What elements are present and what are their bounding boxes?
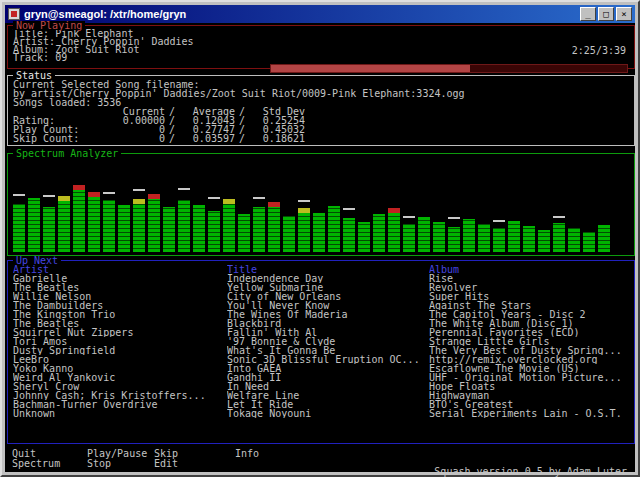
spectrum-bar — [163, 207, 175, 252]
spectrum-bar-fill — [478, 224, 490, 252]
maximize-button[interactable]: □ — [598, 7, 614, 21]
spectrum-bar-fill — [493, 228, 505, 252]
up-next-row[interactable]: The BeatlesBlackbirdThe White Album (Dis… — [8, 319, 634, 328]
up-next-row[interactable]: Dusty SpringfieldWhat's It Gonna BeThe V… — [8, 346, 634, 355]
spectrum-bar-fill — [313, 213, 325, 252]
spectrum-bar-fill — [43, 207, 55, 252]
spectrum-bar-fill — [433, 222, 445, 252]
spectrum-bar — [538, 230, 550, 252]
close-button[interactable]: × — [616, 7, 632, 21]
spectrum-bar-fill — [418, 217, 430, 252]
stat-value: 0.00000 — [109, 116, 165, 125]
up-next-row[interactable]: The BeatlesYellow SubmarineRevolver — [8, 283, 634, 292]
artist-cell: Squirrel Nut Zippers — [13, 328, 227, 337]
menu-item-skip[interactable]: Skip — [154, 449, 235, 458]
up-next-row[interactable]: Bachman-Turner OverdriveLet It RideBTO's… — [8, 400, 634, 409]
spectrum-bar — [478, 224, 490, 252]
spectrum-bar-fill — [58, 196, 70, 252]
title-cell: '97 Bonnie & Clyde — [227, 337, 429, 346]
menu-item-stop[interactable]: Stop — [87, 459, 154, 468]
terminal-window: gryn@smeagol: /xtr/home/gryn _ □ × Now P… — [0, 0, 640, 477]
spectrum-bar-fill — [88, 192, 100, 252]
spectrum-bar — [313, 213, 325, 252]
up-next-row[interactable]: Squirrel Nut ZippersFallin' With AlPeren… — [8, 328, 634, 337]
spectrum-bar-fill — [13, 204, 25, 252]
spectrum-bar — [523, 226, 535, 252]
title-column-header: Title — [227, 265, 429, 274]
artist-cell: Weird Al Yankovic — [13, 373, 227, 382]
status-table-row: Play Count:0/0.27747/0.45032 — [13, 125, 629, 134]
up-next-row[interactable]: LeeBroSonic 3D Blissful Eruption OC...ht… — [8, 355, 634, 364]
spectrum-bar — [298, 200, 310, 252]
menu-item-edit[interactable]: Edit — [154, 459, 235, 468]
now-playing-fields: Title: Pink Elephant Artist: Cherry Popp… — [8, 26, 634, 66]
title-cell: Gandhi II — [227, 373, 429, 382]
status-stats-table: Current/Average/Std DevRating:0.00000/0.… — [13, 107, 629, 143]
stat-value: 0.27747 — [179, 125, 235, 134]
menu-item-quit[interactable]: Quit — [12, 449, 87, 458]
up-next-row[interactable]: Willie NelsonCity of New OrleansSuper Hi… — [8, 292, 634, 301]
title-cell: You'll Never Know — [227, 301, 429, 310]
window-titlebar[interactable]: gryn@smeagol: /xtr/home/gryn _ □ × — [5, 5, 635, 23]
spectrum-bar — [28, 198, 40, 252]
up-next-row[interactable]: Sheryl CrowIn NeedHope Floats — [8, 382, 634, 391]
window-icon — [8, 8, 20, 20]
title-cell: City of New Orleans — [227, 292, 429, 301]
spectrum-bar — [328, 206, 340, 252]
peak-marker — [298, 200, 310, 202]
up-next-row[interactable]: UnknownTokage NoyouniSerial Experiments … — [8, 409, 634, 418]
spectrum-bar — [193, 205, 205, 252]
spectrum-bar — [508, 221, 520, 252]
spectrum-bar-fill — [283, 216, 295, 252]
artist-cell: Tori Amos — [13, 337, 227, 346]
peak-marker — [13, 194, 25, 196]
spectrum-bar — [403, 216, 415, 252]
spectrum-bar-fill — [583, 232, 595, 252]
spectrum-bar-fill — [148, 194, 160, 252]
spectrum-bar-fill — [358, 222, 370, 252]
title-cell: Sonic 3D Blissful Eruption OC... — [227, 355, 429, 364]
menu-item-info[interactable]: Info — [235, 449, 259, 458]
stat-value: 0.45032 — [249, 125, 305, 134]
peak-marker — [448, 217, 460, 219]
minimize-button[interactable]: _ — [580, 7, 596, 21]
album-cell: Highwayman — [429, 391, 629, 400]
stat-value: 0.12043 — [179, 116, 235, 125]
song-progress-bar[interactable] — [270, 64, 628, 73]
status-table-row: Skip Count:0/0.03597/0.18621 — [13, 134, 629, 143]
spectrum-bar-cap — [388, 208, 400, 213]
up-next-row[interactable]: GabrielleIndependence DayRise — [8, 274, 634, 283]
spectrum-bar-fill — [193, 205, 205, 252]
up-next-panel: Up Next Artist Title Album GabrielleInde… — [7, 260, 635, 444]
spectrum-bar-cap — [268, 202, 280, 207]
status-body: Current Selected Song filename: by_artis… — [8, 76, 634, 147]
up-next-row[interactable]: Yoko KannoInto GAEAEscaflowne The Movie … — [8, 364, 634, 373]
spectrum-bar-cap — [88, 192, 100, 197]
spectrum-bar-fill — [178, 200, 190, 252]
album-cell: The Very Best of Dusty Spring... — [429, 346, 629, 355]
spectrum-bar — [493, 220, 505, 252]
time-elapsed-total: 2:25/3:39 — [572, 46, 626, 55]
album-cell: Hope Floats — [429, 382, 629, 391]
up-next-row[interactable]: Weird Al YankovicGandhi IIUHF - Original… — [8, 373, 634, 382]
up-next-row[interactable]: Tori Amos'97 Bonnie & ClydeStrange Littl… — [8, 337, 634, 346]
spectrum-bar-cap — [58, 196, 70, 201]
menu-item-play-pause[interactable]: Play/Pause — [87, 449, 154, 458]
artist-column-header: Artist — [13, 265, 227, 274]
artist-cell: Dusty Springfield — [13, 346, 227, 355]
stat-separator: / — [165, 134, 179, 143]
title-cell: Into GAEA — [227, 364, 429, 373]
spectrum-bar-fill — [238, 214, 250, 252]
title-cell: Independence Day — [227, 274, 429, 283]
status-label: Status — [13, 71, 55, 80]
peak-marker — [208, 197, 220, 199]
spectrum-bar — [13, 194, 25, 252]
menu-item-spectrum[interactable]: Spectrum — [12, 459, 87, 468]
up-next-row[interactable]: The DambuildersYou'll Never KnowAgainst … — [8, 301, 634, 310]
spectrum-bar — [253, 197, 265, 252]
spectrum-bar-fill — [208, 211, 220, 252]
spectrum-bar — [568, 228, 580, 252]
artist-cell: Gabrielle — [13, 274, 227, 283]
up-next-row[interactable]: Johnny Cash; Kris Kristoffers...Welfare … — [8, 391, 634, 400]
up-next-row[interactable]: The Kingston TrioThe Wines Of MaderiaThe… — [8, 310, 634, 319]
